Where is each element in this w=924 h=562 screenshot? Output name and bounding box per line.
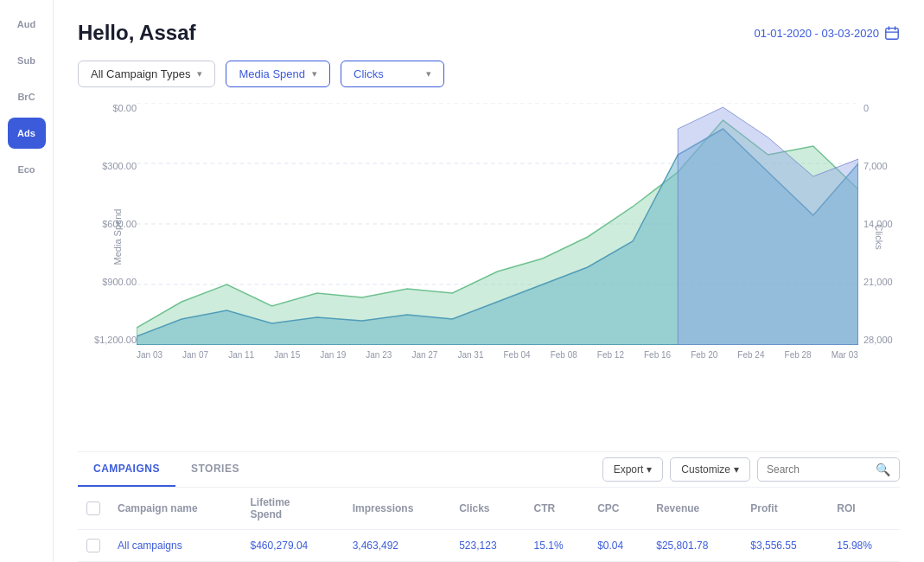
chevron-down-icon: ▾	[647, 463, 652, 476]
select-all-checkbox[interactable]	[86, 501, 100, 515]
lifetime-spend-cell: $460,279.04	[242, 530, 344, 562]
impressions-cell: 3,463,492	[344, 530, 451, 562]
chevron-down-icon: ▾	[312, 68, 317, 80]
table-row: All campaigns $460,279.04 3,463,492 523,…	[78, 530, 900, 562]
search-bar[interactable]: 🔍	[757, 457, 900, 482]
date-range-text: 01-01-2020 - 03-03-2020	[754, 27, 879, 40]
metric-filter[interactable]: Clicks ▾	[341, 61, 444, 87]
y-axis-right-label: Clicks	[873, 224, 883, 249]
search-icon: 🔍	[876, 463, 890, 476]
col-header-name: Campaign name	[109, 488, 242, 530]
main-content: Hello, Assaf 01-01-2020 - 03-03-2020 All…	[54, 0, 924, 562]
col-header-revenue: Revenue	[647, 488, 742, 530]
row-checkbox-cell[interactable]	[78, 530, 109, 562]
table-header-row: Campaign name LifetimeSpend Impressions …	[78, 488, 900, 530]
svg-rect-0	[886, 29, 898, 40]
sidebar: Aud Sub BrC Ads Eco	[0, 0, 54, 562]
table-actions: Export ▾ Customize ▾ 🔍	[602, 457, 900, 482]
col-header-impressions: Impressions	[344, 488, 451, 530]
calendar-icon	[884, 25, 900, 41]
ctr-cell: 15.1%	[526, 530, 589, 562]
chevron-down-icon: ▾	[197, 68, 202, 80]
table-section: CAMPAIGNS STORIES Export ▾ Customize ▾ 🔍	[78, 451, 900, 562]
customize-button[interactable]: Customize ▾	[670, 457, 750, 482]
chart-svg	[137, 103, 858, 345]
cpc-cell: $0.04	[589, 530, 647, 562]
col-header-cpc: CPC	[589, 488, 647, 530]
campaigns-table: Campaign name LifetimeSpend Impressions …	[78, 488, 900, 562]
col-header-clicks: Clicks	[450, 488, 525, 530]
date-range-picker[interactable]: 01-01-2020 - 03-03-2020	[754, 25, 900, 41]
media-spend-filter[interactable]: Media Spend ▾	[226, 61, 330, 87]
header: Hello, Assaf 01-01-2020 - 03-03-2020	[78, 21, 900, 45]
sidebar-item-sub[interactable]: Sub	[8, 45, 46, 76]
page-title: Hello, Assaf	[78, 21, 196, 45]
search-input[interactable]	[767, 463, 870, 476]
export-button[interactable]: Export ▾	[602, 457, 664, 482]
tab-campaigns[interactable]: CAMPAIGNS	[78, 452, 175, 487]
chevron-down-icon: ▾	[426, 68, 431, 80]
chart-container: $1,200.00 $900.00 $600.00 $300.00 $0.00 …	[78, 103, 900, 446]
roi-cell: 15.98%	[828, 530, 900, 562]
clicks-cell: 523,123	[450, 530, 525, 562]
sidebar-item-brc[interactable]: BrC	[8, 81, 46, 112]
campaign-name-cell[interactable]: All campaigns	[109, 530, 242, 562]
chevron-down-icon: ▾	[734, 463, 739, 476]
col-header-ctr: CTR	[526, 488, 589, 530]
media-spend-label: Media Spend	[239, 67, 305, 80]
profit-cell: $3,556.55	[742, 530, 828, 562]
col-header-profit: Profit	[742, 488, 828, 530]
sidebar-item-aud[interactable]: Aud	[8, 9, 46, 40]
y-axis-left-label: Media Spend	[112, 209, 123, 265]
select-all-checkbox-header[interactable]	[78, 488, 109, 530]
col-header-lifetime-spend: LifetimeSpend	[242, 488, 344, 530]
metric-label: Clicks	[354, 67, 384, 80]
col-header-roi: ROI	[828, 488, 900, 530]
revenue-cell: $25,801.78	[647, 530, 742, 562]
row-checkbox[interactable]	[86, 539, 100, 552]
filters-bar: All Campaign Types ▾ Media Spend ▾ Click…	[78, 61, 900, 87]
y-axis-left: $1,200.00 $900.00 $600.00 $300.00 $0.00	[78, 103, 137, 345]
table-tabs: CAMPAIGNS STORIES Export ▾ Customize ▾ 🔍	[78, 452, 900, 488]
campaign-type-filter[interactable]: All Campaign Types ▾	[78, 61, 215, 87]
sidebar-item-eco[interactable]: Eco	[8, 154, 46, 185]
sidebar-item-ads[interactable]: Ads	[8, 118, 46, 149]
chart-wrapper: $1,200.00 $900.00 $600.00 $300.00 $0.00 …	[78, 103, 900, 371]
tab-stories[interactable]: STORIES	[175, 452, 255, 487]
campaign-type-label: All Campaign Types	[91, 67, 190, 80]
x-axis: Jan 03 Jan 07 Jan 11 Jan 15 Jan 19 Jan 2…	[137, 347, 858, 371]
